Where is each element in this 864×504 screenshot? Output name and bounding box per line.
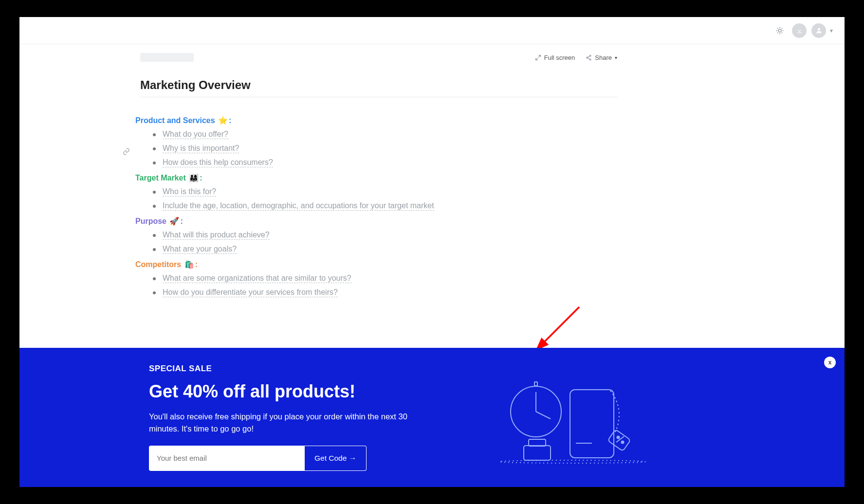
prompt-link[interactable]: What do you offer?	[163, 130, 228, 139]
family-icon: 👨‍👩‍👧	[189, 174, 199, 182]
section-heading: Target Market 👨‍👩‍👧:	[135, 173, 603, 182]
list-item: What are some organizations that are sim…	[153, 274, 603, 283]
prompt-link[interactable]: What will this product achieve?	[163, 231, 270, 240]
app-window: ▾ Full screen Share ▾ Marketing Overview	[19, 17, 845, 487]
link-icon[interactable]	[123, 148, 130, 157]
svg-point-0	[778, 29, 781, 32]
document-area: Full screen Share ▾ Marketing Overview P…	[19, 44, 845, 297]
section-heading: Purpose 🚀:	[135, 216, 603, 226]
fullscreen-label: Full screen	[544, 54, 575, 61]
list-item: Why is this important?	[153, 144, 603, 153]
svg-line-8	[782, 28, 783, 29]
svg-line-5	[777, 28, 778, 29]
section-heading-text: Target Market	[135, 174, 186, 182]
list-item: How does this help consumers?	[153, 158, 603, 167]
avatar[interactable]	[811, 23, 826, 38]
prompt-link[interactable]: How does this help consumers?	[163, 158, 273, 167]
svg-point-9	[818, 28, 820, 31]
close-button[interactable]: x	[824, 357, 836, 368]
fullscreen-button[interactable]: Full screen	[535, 54, 575, 61]
svg-point-25	[617, 436, 620, 439]
get-code-button[interactable]: Get Code →	[305, 446, 367, 471]
section-heading-text: Competitors	[135, 260, 181, 269]
download-button[interactable]	[792, 23, 807, 38]
svg-rect-19	[534, 382, 537, 386]
rocket-icon: 🚀	[169, 217, 179, 225]
list-item: Include the age, location, demographic, …	[153, 201, 603, 211]
prompt-link[interactable]: Who is this for?	[163, 187, 216, 197]
banner-illustration	[495, 365, 655, 469]
section-heading-text: Product and Services	[135, 116, 215, 125]
prompt-link[interactable]: Include the age, location, demographic, …	[163, 201, 434, 211]
breadcrumb-skeleton	[140, 53, 194, 62]
banner-eyebrow: SPECIAL SALE	[149, 364, 422, 374]
doc-title-row: Marketing Overview	[140, 64, 617, 97]
prompt-link[interactable]: What are some organizations that are sim…	[163, 274, 351, 283]
svg-point-28	[499, 460, 645, 463]
doc-body: Product and Services ⭐: What do you offe…	[126, 97, 603, 297]
list-item: What are your goals?	[153, 245, 603, 254]
banner-body: You'll also receive free shipping if you…	[149, 411, 422, 435]
chevron-down-icon[interactable]: ▾	[830, 27, 833, 34]
list-item: Who is this for?	[153, 187, 603, 197]
section-heading: Product and Services ⭐:	[135, 116, 603, 125]
list-item: What will this product achieve?	[153, 231, 603, 240]
svg-rect-20	[570, 390, 614, 458]
svg-line-13	[588, 56, 590, 57]
star-icon: ⭐	[218, 116, 228, 125]
brightness-icon[interactable]	[772, 23, 787, 38]
svg-line-14	[588, 58, 590, 59]
share-button[interactable]: Share ▾	[586, 54, 617, 61]
svg-rect-22	[524, 446, 551, 460]
section-heading-text: Purpose	[135, 217, 166, 225]
topbar: ▾	[19, 17, 845, 44]
prompt-link[interactable]: How do you differentiate your services f…	[163, 288, 338, 297]
svg-rect-23	[529, 439, 546, 446]
section-heading: Competitors 🛍️:	[135, 260, 603, 269]
chevron-down-icon: ▾	[615, 55, 617, 60]
page-title: Marketing Overview	[140, 78, 617, 92]
svg-line-18	[536, 412, 551, 419]
promo-banner: SPECIAL SALE Get 40% off all products! Y…	[19, 348, 845, 487]
banner-headline: Get 40% off all products!	[149, 381, 422, 402]
svg-point-26	[622, 441, 624, 444]
svg-line-6	[782, 32, 783, 33]
list-item: What do you offer?	[153, 130, 603, 139]
svg-line-15	[543, 307, 579, 343]
email-field[interactable]	[149, 446, 305, 471]
bags-icon: 🛍️	[184, 260, 194, 269]
list-item: How do you differentiate your services f…	[153, 288, 603, 297]
share-icon	[586, 54, 592, 61]
prompt-link[interactable]: Why is this important?	[163, 144, 239, 153]
prompt-link[interactable]: What are your goals?	[163, 245, 237, 254]
share-label: Share	[595, 54, 612, 61]
expand-icon	[535, 54, 541, 61]
svg-line-7	[777, 32, 778, 33]
